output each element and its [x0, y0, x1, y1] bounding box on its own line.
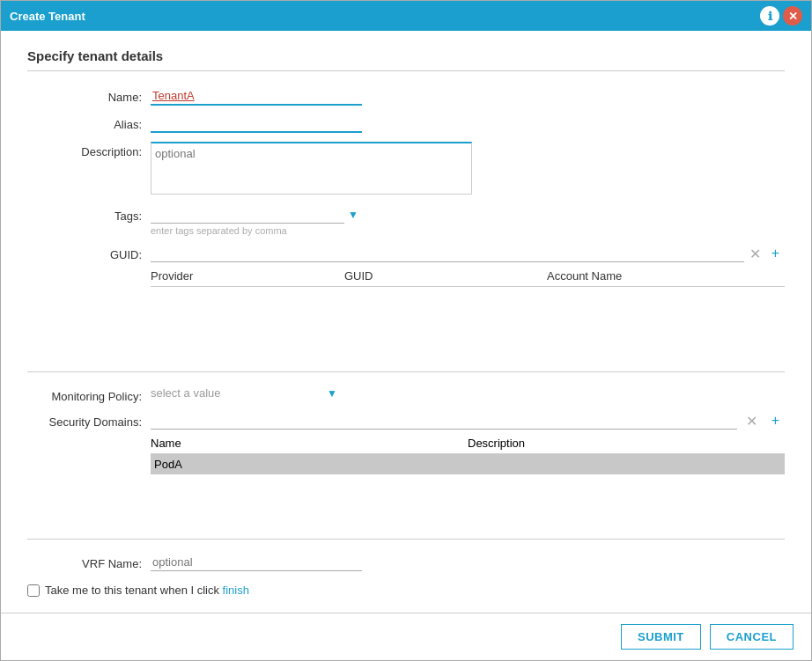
vrf-name-label: VRF Name:: [27, 554, 151, 570]
tags-input[interactable]: [151, 206, 344, 224]
finish-link[interactable]: finish: [223, 584, 249, 597]
guid-add-button[interactable]: +: [766, 246, 785, 261]
security-domains-add-button[interactable]: +: [766, 413, 785, 429]
dialog-title: Create Tenant: [10, 10, 85, 23]
security-table-header: Name Description: [151, 433, 785, 454]
vrf-name-control: [151, 554, 785, 571]
name-label: Name:: [27, 87, 151, 104]
tags-hint: enter tags separated by comma: [151, 225, 785, 236]
monitoring-policy-row: Monitoring Policy: select a value ▼: [27, 386, 785, 403]
alias-row: Alias:: [27, 114, 785, 133]
security-domains-clear-button[interactable]: ✕: [741, 413, 763, 430]
security-table-row[interactable]: PodA: [151, 454, 785, 474]
guid-clear-button[interactable]: ✕: [744, 246, 766, 262]
security-domains-input[interactable]: [151, 412, 737, 430]
security-row-description: [468, 458, 785, 471]
alias-control: [151, 114, 785, 133]
guid-control: ✕ + Provider GUID Account Name: [151, 245, 785, 357]
guid-table-body: [151, 287, 785, 357]
dialog-body: Specify tenant details Name: Alias: Desc…: [1, 31, 811, 613]
alias-label: Alias:: [27, 114, 151, 131]
info-button[interactable]: ℹ: [760, 6, 779, 26]
vrf-name-row: VRF Name:: [27, 554, 785, 571]
guid-input-row: ✕ +: [151, 245, 785, 262]
description-label: Description:: [27, 142, 151, 158]
navigate-checkbox[interactable]: [27, 584, 40, 597]
name-input[interactable]: [151, 87, 362, 106]
col-description-header: Description: [468, 437, 785, 450]
security-domains-label: Security Domains:: [27, 412, 151, 429]
dialog-footer: SUBMIT CANCEL: [1, 613, 811, 660]
checkbox-row: Take me to this tenant when I click fini…: [27, 584, 785, 597]
guid-table: Provider GUID Account Name: [151, 266, 785, 357]
security-table-body: PodA: [151, 454, 785, 525]
name-control: [151, 87, 785, 106]
create-tenant-dialog: Create Tenant ℹ ✕ Specify tenant details…: [0, 0, 812, 661]
col-provider-header: Provider: [151, 269, 344, 283]
monitoring-select-text: select a value: [151, 386, 327, 400]
tags-dropdown-arrow[interactable]: ▼: [348, 209, 358, 221]
monitoring-policy-control: select a value ▼: [151, 386, 785, 400]
monitoring-policy-label: Monitoring Policy:: [27, 386, 151, 403]
security-domains-row: Security Domains: ✕ + Name Description P…: [27, 412, 785, 525]
section-divider-1: [27, 371, 785, 372]
monitoring-dropdown-arrow[interactable]: ▼: [327, 387, 337, 400]
description-control: [151, 142, 785, 197]
security-row-name: PodA: [151, 458, 468, 471]
security-domains-control: ✕ + Name Description PodA: [151, 412, 785, 525]
title-bar-right: ℹ ✕: [760, 6, 802, 26]
title-bar-left: Create Tenant: [10, 10, 85, 23]
col-account-header: Account Name: [547, 269, 785, 283]
tags-label: Tags:: [27, 206, 151, 223]
guid-row: GUID: ✕ + Provider GUID Account Name: [27, 245, 785, 357]
col-guid-header: GUID: [344, 269, 547, 283]
guid-input[interactable]: [151, 245, 744, 262]
section-divider-2: [27, 539, 785, 540]
tags-input-row: ▼: [151, 206, 785, 224]
alias-input[interactable]: [151, 114, 362, 133]
guid-label: GUID:: [27, 245, 151, 261]
guid-table-header: Provider GUID Account Name: [151, 266, 785, 287]
col-name-header: Name: [151, 437, 468, 450]
close-button[interactable]: ✕: [783, 6, 802, 26]
vrf-name-input[interactable]: [151, 554, 362, 571]
description-row: Description:: [27, 142, 785, 197]
name-row: Name:: [27, 87, 785, 106]
description-input[interactable]: [151, 142, 472, 195]
section-title: Specify tenant details: [27, 48, 785, 71]
security-domains-header: ✕ +: [151, 412, 785, 430]
tags-control: ▼ enter tags separated by comma: [151, 206, 785, 236]
tags-row: Tags: ▼ enter tags separated by comma: [27, 206, 785, 236]
title-bar: Create Tenant ℹ ✕: [1, 1, 811, 31]
submit-button[interactable]: SUBMIT: [621, 624, 701, 650]
monitoring-select-wrap: select a value ▼: [151, 386, 785, 400]
cancel-button[interactable]: CANCEL: [710, 624, 794, 650]
security-domains-table: Name Description PodA: [151, 433, 785, 525]
checkbox-label: Take me to this tenant when I click fini…: [45, 584, 249, 597]
